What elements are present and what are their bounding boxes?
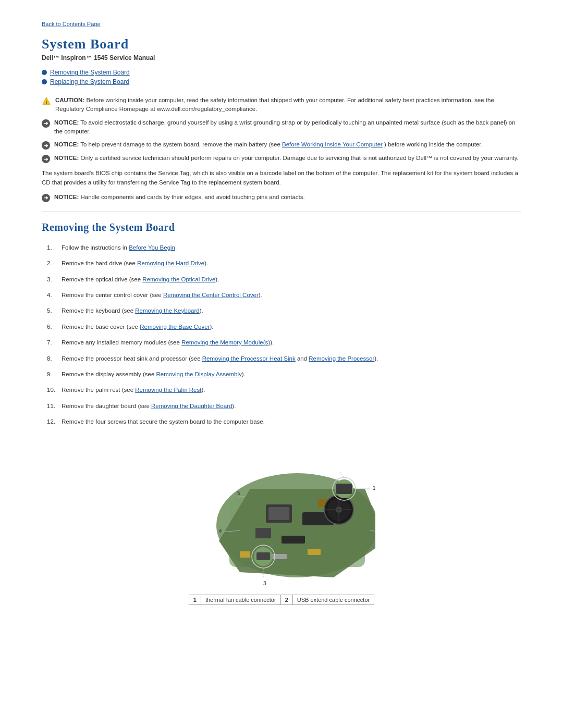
svg-text:!: ! [46,100,47,105]
motherboard-diagram: 1 4 5 2 3 [188,437,375,588]
svg-rect-5 [268,507,289,520]
step-8: Remove the processor heat sink and proce… [47,354,521,363]
notice-text-3: NOTICE: Only a certified service technic… [54,154,519,163]
removing-processor-link[interactable]: Removing the Processor [309,355,374,362]
removing-base-cover-link[interactable]: Removing the Base Cover [140,324,210,330]
step-10: Remove the palm rest (see Removing the P… [47,385,521,394]
caution-icon: ! [42,96,51,108]
notice-text-2: NOTICE: To help prevent damage to the sy… [54,140,483,149]
second-notice-block: ➔ NOTICE: Handle components and cards by… [42,193,521,202]
step-9: Remove the display assembly (see Removin… [47,369,521,379]
toc-item-removing: Removing the System Board [42,69,521,76]
motherboard-image-container: 1 4 5 2 3 1 thermal fan cable connector … [42,437,521,605]
toc-item-replacing: Replacing the System Board [42,78,521,85]
step-1: Follow the instructions in Before You Be… [47,243,521,252]
removing-heatsink-link[interactable]: Removing the Processor Heat Sink [202,355,296,362]
before-you-begin-link[interactable]: Before You Begin [129,244,175,251]
step-11: Remove the daughter board (see Removing … [47,401,521,411]
removing-memory-link[interactable]: Removing the Memory Module(s) [181,339,270,346]
step-7: Remove any installed memory modules (see… [47,338,521,347]
notice-block-2: ➔ NOTICE: To help prevent damage to the … [42,140,521,150]
svg-rect-17 [308,549,321,555]
caption-text-1: thermal fan cable connector [201,595,280,605]
svg-text:1: 1 [373,485,375,491]
svg-rect-20 [336,484,352,494]
caption-text-2: USB extend cable connector [292,595,374,605]
page-title: System Board [42,36,521,52]
removing-palm-rest-link[interactable]: Removing the Palm Rest [135,387,201,393]
divider [42,212,521,212]
removing-optical-drive-link[interactable]: Removing the Optical Drive [142,276,215,282]
removing-display-link[interactable]: Removing the Display Assembly [156,371,242,377]
step-5: Remove the keyboard (see Removing the Ke… [47,306,521,315]
step-4: Remove the center control cover (see Rem… [47,290,521,300]
toc-link-removing[interactable]: Removing the System Board [50,69,130,76]
second-notice-icon: ➔ [42,193,50,202]
svg-rect-15 [240,551,250,558]
steps-list: Follow the instructions in Before You Be… [47,243,521,427]
notice-block-3: ➔ NOTICE: Only a certified service techn… [42,154,521,163]
caption-num-1: 1 [189,595,201,605]
before-working-link[interactable]: Before Working Inside Your Computer [282,141,383,147]
subtitle: Dell™ Inspiron™ 1545 Service Manual [42,54,521,61]
step-3: Remove the optical drive (see Removing t… [47,275,521,284]
notice-text-1: NOTICE: To avoid electrostatic discharge… [54,118,521,137]
svg-text:5: 5 [237,490,240,496]
notice-icon-2: ➔ [42,141,50,150]
back-to-contents-link[interactable]: Back to Contents Page [42,21,101,27]
step-2: Remove the hard drive (see Removing the … [47,258,521,268]
section-title-removing: Removing the System Board [42,221,521,233]
svg-text:4: 4 [219,528,222,534]
svg-rect-23 [256,552,270,560]
notice-block-1: ➔ NOTICE: To avoid electrostatic dischar… [42,118,521,137]
toc-link-replacing[interactable]: Replacing the System Board [50,78,129,85]
svg-rect-16 [271,554,287,559]
caption-num-2: 2 [280,595,292,605]
svg-rect-9 [282,536,305,544]
notice-icon-3: ➔ [42,154,50,163]
svg-text:3: 3 [263,581,266,586]
notice-icon-1: ➔ [42,119,50,128]
removing-hard-drive-link[interactable]: Removing the Hard Drive [137,260,204,266]
step-12: Remove the four screws that secure the s… [47,417,521,426]
removing-center-control-link[interactable]: Removing the Center Control Cover [163,292,259,298]
second-notice-text: NOTICE: Handle components and cards by t… [54,193,305,202]
caution-text: CAUTION: Before working inside your comp… [55,96,521,114]
svg-line-24 [339,471,344,477]
removing-keyboard-link[interactable]: Removing the Keyboard [135,307,199,314]
step-6: Remove the base cover (see Removing the … [47,322,521,331]
body-paragraph: The system board's BIOS chip contains th… [42,168,521,188]
caution-block: ! CAUTION: Before working inside your co… [42,96,521,114]
toc-list: Removing the System Board Replacing the … [42,69,521,85]
notices-section: ! CAUTION: Before working inside your co… [42,96,521,163]
image-caption-table: 1 thermal fan cable connector 2 USB exte… [189,595,374,605]
removing-daughter-board-link[interactable]: Removing the Daughter Board [151,403,232,409]
svg-rect-7 [255,528,271,538]
